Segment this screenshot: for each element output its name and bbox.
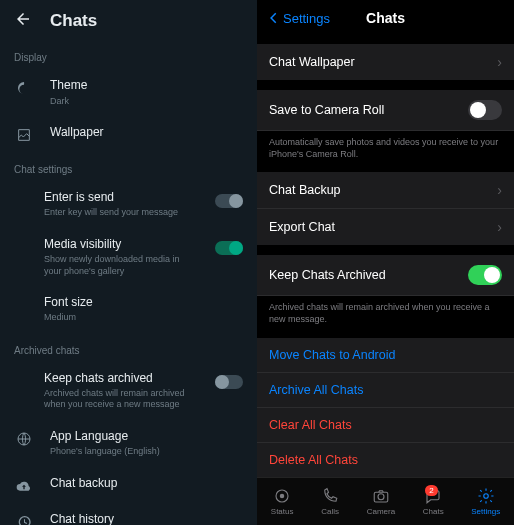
theme-label: Theme bbox=[50, 78, 243, 94]
keep-archived-footer: Archived chats will remain archived when… bbox=[257, 296, 514, 327]
tab-bar: Status Calls Camera 2 Chats Settings bbox=[257, 477, 514, 525]
tab-camera-label: Camera bbox=[367, 507, 395, 516]
keep-archived-row[interactable]: Keep chats archived Archived chats will … bbox=[0, 362, 257, 420]
chevron-right-icon: › bbox=[497, 219, 502, 235]
section-chat-settings: Chat settings bbox=[0, 152, 257, 181]
svg-point-4 bbox=[378, 494, 384, 500]
tab-camera[interactable]: Camera bbox=[367, 487, 395, 516]
keep-archived-switch[interactable] bbox=[215, 375, 243, 389]
save-camera-roll-cell[interactable]: Save to Camera Roll bbox=[257, 90, 514, 131]
clear-all-label: Clear All Chats bbox=[269, 418, 502, 432]
tab-status[interactable]: Status bbox=[271, 487, 294, 516]
chat-history-label: Chat history bbox=[50, 512, 243, 525]
ios-chats-settings: Settings Chats Chat Wallpaper › Save to … bbox=[257, 0, 514, 525]
move-android-cell[interactable]: Move Chats to Android bbox=[257, 338, 514, 373]
font-size-label: Font size bbox=[44, 295, 243, 311]
keep-archived-label: Keep chats archived bbox=[44, 371, 199, 387]
keep-archived-sub: Archived chats will remain archived when… bbox=[44, 388, 199, 411]
enter-send-sub: Enter key will send your message bbox=[44, 207, 199, 218]
media-visibility-sub: Show newly downloaded media in your phon… bbox=[44, 254, 199, 277]
theme-value: Dark bbox=[50, 96, 243, 107]
enter-send-label: Enter is send bbox=[44, 190, 199, 206]
media-visibility-label: Media visibility bbox=[44, 237, 199, 253]
left-header: Chats bbox=[0, 0, 257, 40]
wallpaper-row[interactable]: Wallpaper bbox=[0, 116, 257, 152]
export-chat-cell[interactable]: Export Chat › bbox=[257, 209, 514, 245]
chat-backup-label-ios: Chat Backup bbox=[269, 183, 497, 197]
section-display: Display bbox=[0, 40, 257, 69]
save-camera-roll-footer: Automatically save photos and videos you… bbox=[257, 131, 514, 162]
group-keep-archived: Keep Chats Archived Archived chats will … bbox=[257, 255, 514, 327]
cloud-upload-icon bbox=[14, 476, 34, 494]
archive-all-cell[interactable]: Archive All Chats bbox=[257, 373, 514, 408]
section-archived: Archived chats bbox=[0, 333, 257, 362]
move-android-label: Move Chats to Android bbox=[269, 348, 502, 362]
font-size-row[interactable]: Font size Medium bbox=[0, 286, 257, 333]
svg-point-5 bbox=[483, 494, 488, 499]
clear-all-cell[interactable]: Clear All Chats bbox=[257, 408, 514, 443]
keep-archived-cell[interactable]: Keep Chats Archived bbox=[257, 255, 514, 296]
app-language-row[interactable]: App Language Phone's language (English) bbox=[0, 420, 257, 467]
theme-icon bbox=[14, 78, 34, 96]
left-title: Chats bbox=[50, 11, 97, 31]
save-camera-roll-label: Save to Camera Roll bbox=[269, 103, 468, 117]
chevron-right-icon: › bbox=[497, 182, 502, 198]
media-visibility-row[interactable]: Media visibility Show newly downloaded m… bbox=[0, 228, 257, 286]
tab-calls-label: Calls bbox=[321, 507, 339, 516]
back-button[interactable]: Settings bbox=[267, 11, 330, 26]
theme-row[interactable]: Theme Dark bbox=[0, 69, 257, 116]
wallpaper-icon bbox=[14, 125, 34, 143]
keep-archived-switch-ios[interactable] bbox=[468, 265, 502, 285]
chat-backup-label: Chat backup bbox=[50, 476, 243, 492]
enter-send-switch[interactable] bbox=[215, 194, 243, 208]
chat-backup-row[interactable]: Chat backup bbox=[0, 467, 257, 503]
save-camera-roll-switch[interactable] bbox=[468, 100, 502, 120]
globe-icon bbox=[14, 429, 34, 447]
delete-all-label: Delete All Chats bbox=[269, 453, 502, 467]
enter-send-row[interactable]: Enter is send Enter key will send your m… bbox=[0, 181, 257, 228]
group-backup: Chat Backup › Export Chat › bbox=[257, 172, 514, 245]
tab-calls[interactable]: Calls bbox=[321, 487, 339, 516]
wallpaper-label: Wallpaper bbox=[50, 125, 243, 141]
export-chat-label: Export Chat bbox=[269, 220, 497, 234]
svg-point-2 bbox=[280, 494, 285, 499]
delete-all-cell[interactable]: Delete All Chats bbox=[257, 443, 514, 477]
tab-settings-label: Settings bbox=[471, 507, 500, 516]
chevron-right-icon: › bbox=[497, 54, 502, 70]
tab-chats[interactable]: 2 Chats bbox=[423, 487, 444, 516]
app-language-value: Phone's language (English) bbox=[50, 446, 243, 457]
group-wallpaper: Chat Wallpaper › bbox=[257, 44, 514, 80]
chat-wallpaper-label: Chat Wallpaper bbox=[269, 55, 497, 69]
group-actions: Move Chats to Android Archive All Chats … bbox=[257, 338, 514, 477]
tab-chats-label: Chats bbox=[423, 507, 444, 516]
tab-settings[interactable]: Settings bbox=[471, 487, 500, 516]
tab-status-label: Status bbox=[271, 507, 294, 516]
back-arrow-icon[interactable] bbox=[14, 10, 32, 32]
font-size-value: Medium bbox=[44, 312, 243, 323]
android-chats-settings: Chats Display Theme Dark Wallpaper Chat … bbox=[0, 0, 257, 525]
back-label: Settings bbox=[283, 11, 330, 26]
media-visibility-switch[interactable] bbox=[215, 241, 243, 255]
app-language-label: App Language bbox=[50, 429, 243, 445]
keep-archived-label-ios: Keep Chats Archived bbox=[269, 268, 468, 282]
right-header: Settings Chats bbox=[257, 0, 514, 34]
group-save-roll: Save to Camera Roll Automatically save p… bbox=[257, 90, 514, 162]
chat-wallpaper-cell[interactable]: Chat Wallpaper › bbox=[257, 44, 514, 80]
archive-all-label: Archive All Chats bbox=[269, 383, 502, 397]
chat-backup-cell[interactable]: Chat Backup › bbox=[257, 172, 514, 209]
history-icon bbox=[14, 512, 34, 525]
chats-badge: 2 bbox=[425, 485, 437, 496]
chat-history-row[interactable]: Chat history bbox=[0, 503, 257, 525]
